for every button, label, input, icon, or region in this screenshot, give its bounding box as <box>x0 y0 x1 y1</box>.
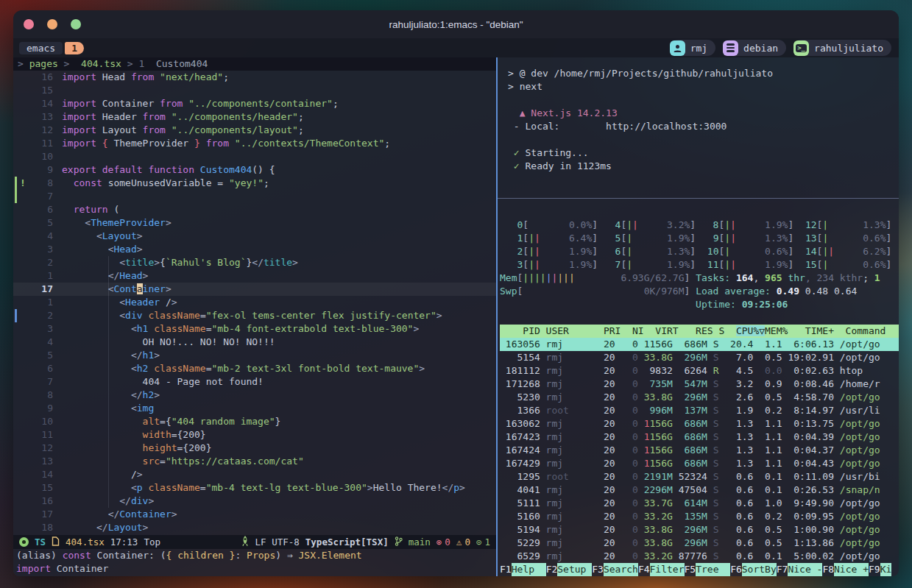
code-line[interactable]: 10 alt={"404 random image"} <box>13 415 496 428</box>
code-line[interactable]: 7 404 - Page not found! <box>13 375 496 389</box>
code-line[interactable]: 2 <div className="fex-ol tems-center fle… <box>13 309 496 322</box>
code-line[interactable]: 9export default function Custom404() { <box>13 163 496 177</box>
process-row[interactable]: 1366 root 20 0 996M 137M S 1.9 0.2 8:14.… <box>500 404 899 417</box>
code-line[interactable]: 13 src="https://cataas.com/cat" <box>13 455 496 468</box>
swap-meter-row: Swp[ 0K/976M] Load average: 0.49 0.48 0.… <box>500 285 899 298</box>
token: < <box>131 323 137 334</box>
fkey-button-nice +[interactable]: Nice + <box>834 563 869 576</box>
code-editor[interactable]: 16import Head from "next/head";1514impor… <box>13 71 496 535</box>
terminal-pane[interactable]: > @ dev /home/rmj/Projects/github/rahulj… <box>496 57 899 576</box>
process-row[interactable]: 5160 rmj 20 0 33.2G 135M S 0.6 0.2 0:09.… <box>500 510 899 523</box>
token: height <box>143 442 177 453</box>
code-line[interactable]: 3 <Head> <box>13 243 496 256</box>
sort-column-header[interactable]: CPU%▽ <box>736 325 765 336</box>
process-row[interactable]: 167423 rmj 20 0 1156G 686M S 1.3 1.1 0:0… <box>500 431 899 444</box>
fkey-button-nice -[interactable]: Nice - <box>788 563 822 576</box>
token: 0.6 <box>718 471 753 482</box>
code-line[interactable]: 2 <title>{`Rahul's Blog`}</title> <box>13 256 496 269</box>
process-row[interactable]: 4041 rmj 20 0 2296M 47504 S 0.6 0.1 0:26… <box>500 483 899 497</box>
token: 7 <box>609 259 621 270</box>
fkey-button-help[interactable]: Help <box>512 563 546 576</box>
token: > <box>172 297 177 308</box>
code-line[interactable]: 6 <h2 className="mb-2 text-3xl font-bold… <box>13 362 496 375</box>
process-row[interactable]: 1295 root 20 0 2191M 52324 S 0.6 0.1 0:1… <box>500 470 899 483</box>
code-line[interactable]: 5 <ThemeProvider> <box>13 216 496 230</box>
modeline-branch[interactable]: main <box>409 536 431 548</box>
code-line[interactable]: 14import Container from "../components/c… <box>13 97 496 110</box>
code-line[interactable]: 13import Header from "../components/head… <box>13 110 496 124</box>
fkey-button-setup[interactable]: Setup <box>557 563 592 576</box>
code-line[interactable]: 11 width={200} <box>13 428 496 442</box>
fkey-button-tree[interactable]: Tree <box>696 563 730 576</box>
code-line[interactable]: 16import Head from "next/head"; <box>13 71 496 84</box>
code-line[interactable]: 4 OH NO!... NO! NO! NO!!! <box>13 336 496 349</box>
code-line[interactable]: 7 <box>13 190 496 203</box>
process-table-header[interactable]: PID USER PRI NI VIRT RES S CPU%▽MEM% TIM… <box>500 325 899 338</box>
process-row[interactable]: 5154 rmj 20 0 33.8G 296M S 7.0 0.5 19:02… <box>500 351 899 364</box>
process-row[interactable]: 5230 rmj 20 0 33.8G 296M S 2.6 0.5 4:58.… <box>500 391 899 404</box>
process-row[interactable]: 5229 rmj 20 0 33.8G 296M S 0.6 0.5 1:13.… <box>500 536 899 550</box>
code-line[interactable]: 4 <Layout> <box>13 230 496 243</box>
process-row[interactable]: 5111 rmj 20 0 33.7G 614M S 0.6 1.0 9:49.… <box>500 497 899 510</box>
terminal-line <box>508 93 899 107</box>
emacs-pane[interactable]: > pages > 404.tsx > 1 Custom404 16import… <box>13 57 496 576</box>
code-line[interactable]: 17 <Container> <box>13 283 496 296</box>
process-row[interactable]: 171268 rmj 20 0 735M 547M S 3.2 0.9 0:08… <box>500 378 899 391</box>
htop-monitor[interactable]: 0[ 0.0%] 4[|| 3.2%] 8[|| 1.9%] 12[| 1.3%… <box>498 199 899 576</box>
code-line[interactable]: 15 <box>13 84 496 97</box>
code-line[interactable]: 18 </Layout> <box>13 521 496 534</box>
code-line[interactable]: 6 return ( <box>13 203 496 216</box>
code-line[interactable]: 12 height={200} <box>13 442 496 455</box>
token: Load average: <box>696 286 777 297</box>
code-line[interactable]: 8 </h2> <box>13 389 496 402</box>
code-line[interactable]: 15 <p className="mb-4 text-lg text-blue-… <box>13 481 496 495</box>
process-row[interactable]: 181112 rmj 20 0 9832 6264 R 4.5 0.0 0:02… <box>500 364 899 378</box>
column-headers[interactable]: PID USER PRI NI VIRT RES S <box>500 325 736 336</box>
code-line[interactable]: 9 <img <box>13 402 496 415</box>
tmux-window-tab[interactable]: emacs 1 <box>19 42 84 54</box>
token: 1.3 <box>718 431 753 442</box>
fkey-button-ki[interactable]: Ki <box>880 563 892 576</box>
token: | <box>626 219 632 230</box>
fkey-button-sortby[interactable]: SortBy <box>742 563 777 576</box>
code-line[interactable]: 10 <box>13 150 496 163</box>
fkey-button-filter[interactable]: Filter <box>650 563 685 576</box>
process-row[interactable]: 163056 rmj 20 0 1156G 686M S 20.4 1.1 6:… <box>500 338 899 351</box>
code-line[interactable]: 5 </h1> <box>13 349 496 362</box>
code-line[interactable]: 11import { ThemeProvider } from "../cont… <box>13 137 496 150</box>
user-badge: rmj <box>670 40 715 56</box>
dev-server-terminal[interactable]: > @ dev /home/rmj/Projects/github/rahulj… <box>498 57 899 198</box>
server-icon <box>723 40 738 56</box>
code-line[interactable]: 16 </div> <box>13 495 496 508</box>
code-line[interactable]: 14 /> <box>13 468 496 481</box>
uptime-row: Uptime: 09:25:06 <box>500 298 899 311</box>
process-row[interactable]: 5194 rmj 20 0 33.8G 296M S 0.6 0.5 1:00.… <box>500 523 899 536</box>
token: 1 <box>644 444 650 456</box>
token: width <box>143 429 172 440</box>
token: h1 <box>143 350 155 361</box>
token: /opt/go <box>834 339 880 350</box>
tmux-window-name[interactable]: emacs <box>19 42 63 54</box>
token: 0K/976M <box>523 286 684 297</box>
token: ={200} <box>172 429 206 440</box>
token: 1.3% <box>828 219 886 230</box>
token: 0.5 <box>753 537 782 548</box>
code-line[interactable]: 1 <Header /> <box>13 296 496 309</box>
fkey-button-search[interactable]: Search <box>604 563 638 576</box>
code-line[interactable]: !8 const someUnusedVariable = "yey!"; <box>13 177 496 190</box>
token: p <box>453 482 459 493</box>
token: > <box>137 244 143 255</box>
code-line[interactable]: 12import Layout from "../components/layo… <box>13 124 496 137</box>
process-row[interactable]: 167429 rmj 20 0 1156G 686M S 1.3 1.1 0:0… <box>500 457 899 470</box>
token: export default function <box>62 164 200 175</box>
code-line[interactable]: 3 <h1 className="mb-4 font-extrabold tex… <box>13 322 496 336</box>
code-line[interactable]: 17 </Container> <box>13 508 496 521</box>
process-row[interactable]: 167424 rmj 20 0 1156G 686M S 1.3 1.1 0:0… <box>500 444 899 457</box>
column-headers[interactable]: MEM% TIME+ Command <box>765 325 886 336</box>
modeline-major-mode[interactable]: TypeScript[TSX] <box>305 536 389 548</box>
token: { children } <box>166 550 236 561</box>
token: 547M <box>673 378 707 389</box>
process-row[interactable]: 163062 rmj 20 0 1156G 686M S 1.3 1.1 0:1… <box>500 417 899 431</box>
code-line[interactable]: 1 </Head> <box>13 269 496 283</box>
process-row[interactable]: 6529 rmj 20 0 33.2G 87776 S 0.6 0.1 5:00… <box>500 550 899 563</box>
